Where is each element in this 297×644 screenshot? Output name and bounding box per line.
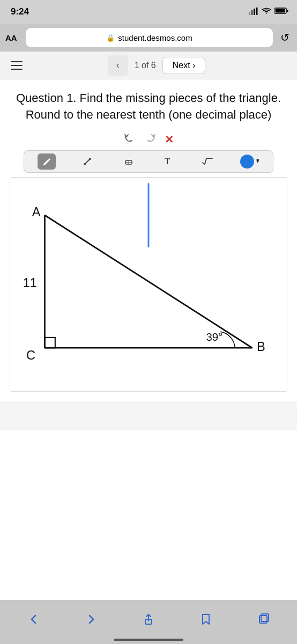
svg-rect-6 bbox=[287, 10, 288, 12]
main-content: Question 1. Find the missing pieces of t… bbox=[0, 79, 297, 397]
pencil-tool[interactable] bbox=[38, 153, 56, 170]
text-tool[interactable]: T bbox=[160, 153, 174, 170]
nav-bar: ‹ 1 of 6 Next › bbox=[0, 52, 297, 79]
wifi-icon bbox=[262, 7, 271, 17]
undo-button[interactable] bbox=[124, 133, 136, 145]
hamburger-menu[interactable] bbox=[9, 59, 25, 72]
eraser-tool[interactable] bbox=[120, 153, 138, 170]
redo-button[interactable] bbox=[144, 133, 156, 145]
refresh-button[interactable]: ↺ bbox=[278, 29, 292, 46]
svg-rect-1 bbox=[251, 10, 253, 15]
svg-rect-16 bbox=[45, 337, 55, 347]
svg-rect-5 bbox=[276, 9, 285, 13]
close-button[interactable]: ✕ bbox=[165, 133, 174, 146]
svg-text:A: A bbox=[32, 205, 41, 219]
signal-icon bbox=[249, 8, 258, 17]
page-indicator: 1 of 6 bbox=[132, 61, 158, 70]
browser-bar: AA 🔒 student.desmos.com ↺ bbox=[0, 24, 297, 52]
svg-line-7 bbox=[85, 159, 90, 164]
status-time: 9:24 bbox=[11, 6, 29, 17]
canvas-area[interactable]: A C B 11 39° bbox=[10, 177, 287, 392]
tool-row: T ▾ bbox=[24, 150, 273, 173]
svg-rect-0 bbox=[249, 12, 250, 15]
question-text: Question 1. Find the missing pieces of t… bbox=[10, 90, 287, 123]
svg-text:11: 11 bbox=[23, 276, 37, 290]
prev-button[interactable]: ‹ bbox=[108, 55, 128, 76]
next-button[interactable]: Next › bbox=[162, 57, 206, 74]
toolbar-area: ✕ bbox=[10, 133, 287, 173]
drawing-stroke bbox=[148, 183, 150, 247]
undo-redo-row: ✕ bbox=[124, 133, 174, 146]
answer-bar bbox=[0, 402, 297, 430]
color-picker[interactable]: ▾ bbox=[240, 155, 259, 169]
status-icons bbox=[249, 7, 288, 17]
svg-rect-2 bbox=[254, 9, 255, 15]
browser-aa[interactable]: AA bbox=[5, 33, 20, 42]
svg-text:C: C bbox=[26, 348, 35, 362]
svg-point-9 bbox=[89, 158, 91, 160]
nav-back-button[interactable] bbox=[5, 606, 63, 632]
pagination-controls: ‹ 1 of 6 Next › bbox=[25, 55, 288, 76]
home-indicator bbox=[114, 639, 183, 641]
color-dot[interactable] bbox=[240, 155, 254, 169]
svg-text:B: B bbox=[257, 339, 265, 353]
url-bar[interactable]: 🔒 student.desmos.com bbox=[26, 28, 273, 47]
svg-point-8 bbox=[84, 163, 86, 165]
url-text: student.desmos.com bbox=[118, 33, 192, 42]
bookmarks-button[interactable] bbox=[177, 606, 234, 632]
svg-text:39°: 39° bbox=[206, 331, 223, 343]
nav-forward-button[interactable] bbox=[63, 606, 120, 632]
sqrt-tool[interactable] bbox=[197, 153, 218, 170]
lock-icon: 🔒 bbox=[106, 34, 115, 42]
bottom-nav bbox=[0, 600, 297, 644]
tabs-button[interactable] bbox=[234, 606, 292, 632]
line-tool[interactable] bbox=[78, 153, 96, 170]
share-button[interactable] bbox=[120, 606, 177, 632]
status-bar: 9:24 bbox=[0, 0, 297, 24]
battery-icon bbox=[274, 7, 288, 17]
svg-rect-3 bbox=[256, 8, 258, 15]
